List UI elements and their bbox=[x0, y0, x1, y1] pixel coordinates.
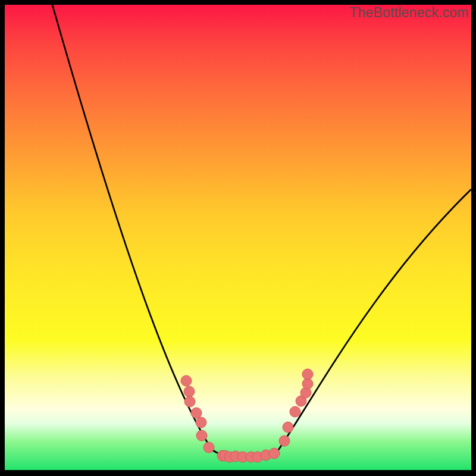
highlight-dot bbox=[279, 436, 290, 446]
highlight-dots bbox=[181, 369, 313, 462]
highlight-dot bbox=[283, 422, 293, 433]
highlight-dot bbox=[191, 408, 202, 418]
highlight-dot bbox=[184, 386, 195, 397]
highlight-dot bbox=[302, 378, 313, 389]
highlight-dot bbox=[196, 417, 206, 428]
highlight-dot bbox=[290, 406, 300, 417]
watermark-label: TheBottleneck.com bbox=[350, 5, 469, 21]
highlight-dot bbox=[302, 369, 313, 380]
highlight-dot bbox=[181, 375, 192, 386]
highlight-dot bbox=[196, 430, 207, 441]
highlight-dot bbox=[184, 396, 195, 407]
bottleneck-curve bbox=[52, 5, 471, 459]
highlight-dot bbox=[203, 442, 214, 453]
chart-svg bbox=[5, 5, 471, 470]
chart-frame: TheBottleneck.com bbox=[0, 0, 476, 476]
highlight-dot bbox=[269, 448, 280, 459]
